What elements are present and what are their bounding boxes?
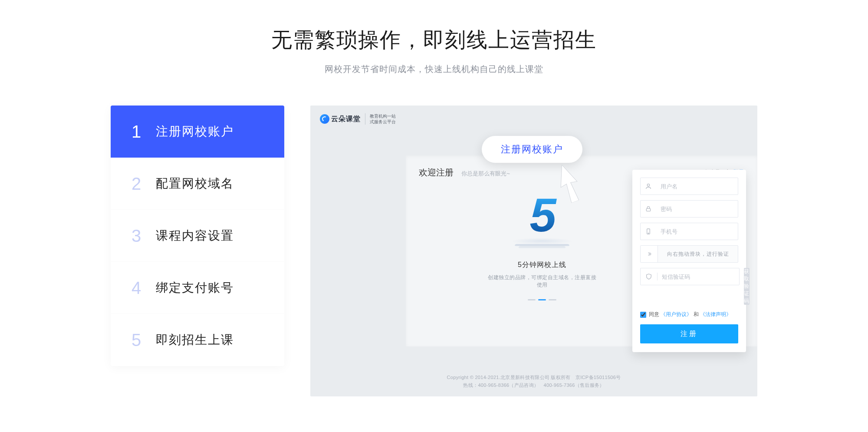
username-input[interactable] xyxy=(661,183,733,190)
icp-number: 京ICP备15011506号 xyxy=(575,375,621,380)
dot[interactable] xyxy=(549,299,556,300)
brand-block: 云朵课堂 教育机构一站 式服务云平台 xyxy=(320,113,396,125)
svg-point-0 xyxy=(647,184,649,186)
tooltip-pill: 注册网校账户 xyxy=(482,136,582,163)
user-agreement-link[interactable]: 《用户协议》 xyxy=(661,311,692,317)
step-4[interactable]: 4 绑定支付账号 xyxy=(111,262,284,314)
signup-form: 向右拖动滑块，进行验证 获取验证码 同意 《用户协议》 和 xyxy=(632,170,746,352)
step-number: 4 xyxy=(132,278,156,298)
password-field[interactable] xyxy=(640,200,738,218)
preview-panel: 云朵课堂 教育机构一站 式服务云平台 欢迎注册 你总是那么有眼光~ 已有账号? … xyxy=(310,106,757,396)
illustration-sub: 创建独立的品牌，可绑定自主域名，注册直接使用 xyxy=(486,274,598,289)
agree-checkbox[interactable] xyxy=(640,312,646,318)
hero-illustration: 5 5分钟网校上线 创建独立的品牌，可绑定自主域名，注册直接使用 xyxy=(486,191,598,300)
dot[interactable] xyxy=(528,299,536,300)
step-number: 5 xyxy=(132,330,156,350)
phone-input[interactable] xyxy=(661,228,733,235)
agree-row[interactable]: 同意 《用户协议》 和 《法律声明》 xyxy=(640,311,738,318)
get-code-button[interactable]: 获取验证码 xyxy=(744,268,750,305)
user-icon xyxy=(645,182,652,190)
hero-subtitle: 网校开发节省时间成本，快速上线机构自己的线上课堂 xyxy=(0,63,868,75)
username-field[interactable] xyxy=(640,178,738,195)
step-label: 课程内容设置 xyxy=(156,228,234,244)
step-1[interactable]: 1 注册网校账户 xyxy=(111,106,284,158)
copyright: Copyright © 2014-2021.北京昱新科技有限公司 版权所有 京I… xyxy=(310,373,757,389)
welcome-title: 欢迎注册 xyxy=(419,167,454,178)
brand-name: 云朵课堂 xyxy=(331,115,361,124)
brand-logo: 云朵课堂 xyxy=(320,114,361,124)
slider-handle-icon[interactable] xyxy=(641,246,658,262)
password-input[interactable] xyxy=(661,206,733,212)
divider xyxy=(365,113,365,125)
lock-icon xyxy=(645,205,652,213)
step-label: 配置网校域名 xyxy=(156,175,234,192)
step-5[interactable]: 5 即刻招生上课 xyxy=(111,314,284,366)
step-label: 注册网校账户 xyxy=(156,123,234,140)
illustration-caption: 5分钟网校上线 xyxy=(486,261,598,270)
welcome-slogan: 你总是那么有眼光~ xyxy=(461,170,510,177)
step-number: 3 xyxy=(132,226,156,246)
phone-icon xyxy=(645,228,652,235)
hero-title: 无需繁琐操作，即刻线上运营招生 xyxy=(0,26,868,54)
sms-code-input[interactable] xyxy=(662,274,735,280)
signup-submit-button[interactable]: 注册 xyxy=(640,324,738,343)
step-number: 1 xyxy=(132,122,156,142)
divider xyxy=(657,273,658,280)
phone-field[interactable] xyxy=(640,223,738,240)
svg-point-3 xyxy=(648,233,648,233)
sms-code-field[interactable] xyxy=(640,268,740,285)
hero-section: 无需繁琐操作，即刻线上运营招生 网校开发节省时间成本，快速上线机构自己的线上课堂 xyxy=(0,0,868,75)
step-nav: 1 注册网校账户 2 配置网校域名 3 课程内容设置 4 绑定支付账号 5 即刻… xyxy=(111,106,284,366)
step-3[interactable]: 3 课程内容设置 xyxy=(111,210,284,262)
step-label: 绑定支付账号 xyxy=(156,280,234,296)
svg-rect-1 xyxy=(646,208,650,211)
brand-tagline: 教育机构一站 式服务云平台 xyxy=(370,113,396,125)
step-number: 2 xyxy=(132,174,156,194)
step-label: 即刻招生上课 xyxy=(156,332,234,348)
shield-icon xyxy=(645,273,653,280)
platform-shadow-icon xyxy=(510,238,575,244)
carousel-dots xyxy=(486,299,598,300)
legal-statement-link[interactable]: 《法律声明》 xyxy=(700,311,731,317)
dot-active[interactable] xyxy=(538,299,546,300)
slider-captcha[interactable]: 向右拖动滑块，进行验证 xyxy=(640,245,738,263)
cloud-logo-icon xyxy=(320,114,329,124)
step-2[interactable]: 2 配置网校域名 xyxy=(111,158,284,210)
slider-text: 向右拖动滑块，进行验证 xyxy=(658,251,738,258)
